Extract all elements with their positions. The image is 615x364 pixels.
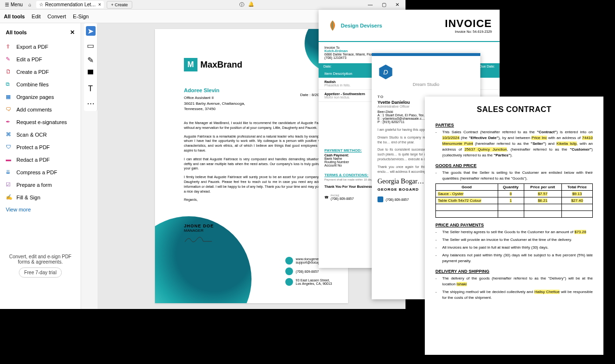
- menubar: ☰ Menu ⌂ ☆ Recommendation Lette… × + Cre…: [0, 0, 405, 10]
- sidebar-item-organize[interactable]: ▦Organize pages: [3, 91, 78, 103]
- help-icon[interactable]: ⓘ: [239, 1, 244, 8]
- sidebar-close-icon[interactable]: ✕: [70, 29, 75, 36]
- create-button[interactable]: + Create: [107, 1, 132, 9]
- dream-studio-logo-icon: D: [377, 64, 394, 80]
- protect-icon: 🛡: [6, 144, 13, 151]
- highlight-tool[interactable]: ▀: [86, 70, 96, 79]
- close-button[interactable]: ✕: [391, 2, 404, 7]
- tab-convert[interactable]: Convert: [47, 14, 66, 19]
- svg-text:D: D: [383, 69, 388, 76]
- fillsign-icon: ✍: [6, 194, 13, 201]
- sidebar-footer: Convert, edit and e-sign PDF forms & agr…: [3, 254, 78, 278]
- letter-signature: JHONE DOE MANAGER: [184, 224, 214, 245]
- sidebar-item-create[interactable]: 🗋Create a PDF: [3, 66, 78, 78]
- export-icon: ⇪: [6, 43, 13, 50]
- menu-button[interactable]: ☰ Menu: [2, 1, 26, 8]
- sidebar-title: All tools: [6, 29, 27, 35]
- select-tool[interactable]: ➤: [86, 26, 96, 36]
- contract-parties-text: This Sales Contract (hereinafter referre…: [442, 129, 593, 158]
- maximize-button[interactable]: ▢: [377, 2, 390, 7]
- signature-icon: [184, 235, 213, 244]
- goods-table: GoodQuantityPrice per unitTotal Price Sa…: [435, 183, 593, 218]
- bell-icon[interactable]: 🔔: [248, 1, 254, 8]
- edit-icon: ✎: [6, 56, 13, 63]
- sidebar-item-signatures[interactable]: ✒Request e-signatures: [3, 116, 78, 128]
- sidebar-item-form[interactable]: ☑Prepare a form: [3, 179, 78, 191]
- sidebar: All tools ✕ ⇪Export a PDF ✎Edit a PDF 🗋C…: [0, 23, 81, 309]
- trial-button[interactable]: Free 7-day trial: [19, 267, 62, 278]
- sidebar-item-fillsign[interactable]: ✍Fill & Sign: [3, 191, 78, 204]
- tab-label: Recommendation Lette…: [45, 2, 96, 7]
- phone-icon: [285, 267, 293, 275]
- brand-name: MaxBrand: [200, 60, 242, 70]
- compress-icon: ⇊: [6, 169, 13, 176]
- letter-body: As the Manager at MaxBrand, I would like…: [184, 121, 329, 206]
- sidebar-item-comments[interactable]: 🗨Add comments: [3, 103, 78, 116]
- sidebar-item-redact[interactable]: ▬Redact a PDF: [3, 154, 78, 166]
- location-icon: [285, 278, 293, 286]
- sales-contract-document: SALES CONTRACT PARTIES - This Sales Cont…: [425, 97, 603, 355]
- sidebar-item-export[interactable]: ⇪Export a PDF: [3, 41, 78, 53]
- form-icon: ☑: [6, 182, 13, 188]
- create-icon: 🗋: [6, 69, 13, 75]
- pen-tool[interactable]: ✎: [86, 55, 96, 65]
- sidebar-item-compress[interactable]: ⇊Compress a PDF: [3, 166, 78, 179]
- text-edit-tool[interactable]: T: [86, 84, 96, 94]
- phone-icon: [377, 196, 383, 202]
- design-devisers-logo-icon: [326, 19, 339, 32]
- letter-brand: M MaxBrand: [184, 58, 242, 71]
- scan-icon: ⌘: [6, 131, 13, 138]
- star-icon: ☆: [39, 2, 43, 7]
- brand-logo: M: [184, 58, 197, 71]
- comments-icon: 🗨: [6, 106, 13, 113]
- close-tab-icon[interactable]: ×: [98, 2, 101, 7]
- textbox-tool[interactable]: ▭: [86, 41, 96, 50]
- window-controls: — ▢ ✕: [364, 2, 404, 7]
- tab-recommendation-letter[interactable]: ☆ Recommendation Lette… ×: [36, 1, 104, 8]
- phone-badge-icon: ☎: [324, 196, 329, 199]
- invoice-number: Invoice No: 54-619-2329: [445, 30, 492, 33]
- home-button[interactable]: ⌂: [26, 1, 34, 8]
- sidebar-item-protect[interactable]: 🛡Protect a PDF: [3, 141, 78, 154]
- invoice-title: INVOICE: [445, 17, 492, 30]
- tab-edit[interactable]: Edit: [31, 14, 41, 19]
- sidebar-view-more[interactable]: View more: [3, 204, 78, 215]
- minimize-button[interactable]: —: [364, 2, 377, 7]
- signature-icon: ✒: [6, 119, 13, 126]
- redact-icon: ▬: [6, 156, 13, 163]
- vertical-toolstrip: ➤ ▭ ✎ ▀ T ⋯: [84, 23, 98, 111]
- combine-icon: ⧉: [6, 81, 13, 88]
- sidebar-item-scan[interactable]: ⌘Scan & OCR: [3, 128, 78, 141]
- tab-all-tools[interactable]: All tools: [4, 14, 25, 19]
- tab-esign[interactable]: E-Sign: [73, 14, 89, 19]
- globe-icon: [285, 257, 293, 265]
- organize-icon: ▦: [6, 94, 13, 100]
- more-tools[interactable]: ⋯: [86, 98, 96, 108]
- header-bar: [372, 53, 480, 56]
- contract-title: SALES CONTRACT: [435, 105, 593, 114]
- sidebar-item-combine[interactable]: ⧉Combine files: [3, 78, 78, 91]
- letter-recipient: Adoree Slevin Office Assistant II 36021 …: [184, 87, 245, 112]
- sidebar-item-edit[interactable]: ✎Edit a PDF: [3, 53, 78, 66]
